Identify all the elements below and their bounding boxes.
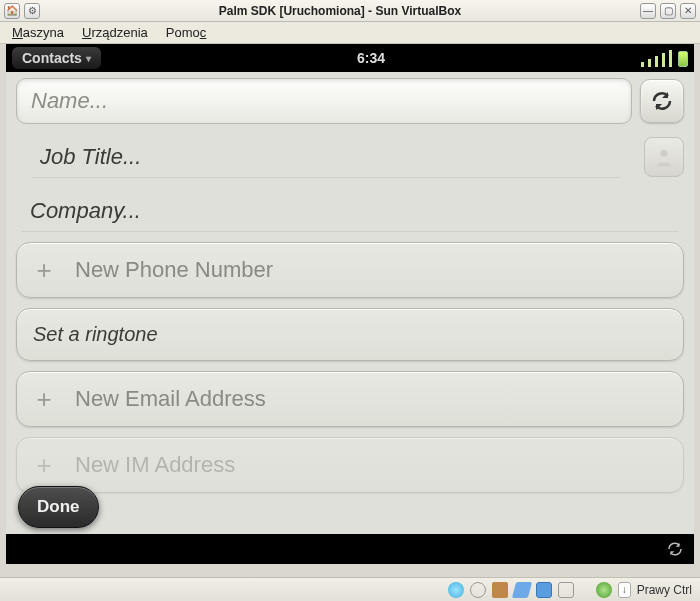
plus-icon: + <box>33 454 55 476</box>
new-email-button[interactable]: + New Email Address <box>16 371 684 427</box>
ringtone-label: Set a ringtone <box>33 323 158 346</box>
webos-statusbar: Contacts ▾ 6:34 <box>6 44 694 72</box>
menubar: Maszyna Urządzenia Pomoc <box>0 22 700 44</box>
host-icon-net[interactable] <box>448 582 464 598</box>
menu-devices[interactable]: Urządzenia <box>82 25 148 40</box>
contact-silhouette-icon <box>653 146 675 168</box>
webos-surface: Name... Job Title... Company... + New Ph… <box>6 72 694 534</box>
battery-icon <box>678 51 688 67</box>
host-icon-mouse-capture[interactable] <box>596 582 612 598</box>
sync-icon <box>650 89 674 113</box>
menu-machine[interactable]: Maszyna <box>12 25 64 40</box>
jobtitle-placeholder: Job Title... <box>40 144 141 170</box>
chevron-down-icon: ▾ <box>86 53 91 64</box>
name-field[interactable]: Name... <box>16 78 632 124</box>
titlebar-icon-left-2[interactable]: ⚙ <box>24 3 40 19</box>
signal-icon <box>669 50 672 67</box>
clock: 6:34 <box>101 50 641 66</box>
vm-display: Contacts ▾ 6:34 Name... Job Title... <box>6 44 694 564</box>
done-label: Done <box>37 497 80 516</box>
new-email-label: New Email Address <box>75 386 266 412</box>
window-titlebar: 🏠 ⚙ Palm SDK [Uruchomiona] - Sun Virtual… <box>0 0 700 22</box>
host-statusbar: ↓ Prawy Ctrl <box>0 577 700 601</box>
host-icon-usb[interactable] <box>512 582 532 598</box>
menu-help[interactable]: Pomoc <box>166 25 206 40</box>
host-capture-key: Prawy Ctrl <box>637 583 692 597</box>
signal-icon <box>641 62 644 67</box>
host-icon-cd[interactable] <box>470 582 486 598</box>
signal-icon <box>648 59 651 67</box>
plus-icon: + <box>33 388 55 410</box>
jobtitle-field[interactable]: Job Title... <box>32 136 620 178</box>
status-icons <box>641 50 688 67</box>
window-title: Palm SDK [Uruchomiona] - Sun VirtualBox <box>44 4 636 18</box>
new-phone-button[interactable]: + New Phone Number <box>16 242 684 298</box>
titlebar-icon-left-1[interactable]: 🏠 <box>4 3 20 19</box>
sync-icon[interactable] <box>666 540 684 558</box>
company-field[interactable]: Company... <box>22 190 678 232</box>
host-icon-hd[interactable] <box>492 582 508 598</box>
app-menu-label: Contacts <box>22 50 82 66</box>
host-icon-display[interactable] <box>558 582 574 598</box>
plus-icon: + <box>33 259 55 281</box>
name-placeholder: Name... <box>31 88 108 114</box>
set-ringtone-button[interactable]: Set a ringtone <box>16 308 684 361</box>
host-icon-key-capture[interactable]: ↓ <box>618 582 631 598</box>
svg-point-0 <box>660 150 667 157</box>
new-phone-label: New Phone Number <box>75 257 273 283</box>
sync-account-button[interactable] <box>640 79 684 123</box>
company-placeholder: Company... <box>30 198 141 224</box>
done-button[interactable]: Done <box>18 486 99 528</box>
signal-icon <box>655 56 658 67</box>
new-im-label: New IM Address <box>75 452 235 478</box>
app-menu-button[interactable]: Contacts ▾ <box>12 47 101 69</box>
host-icon-shared[interactable] <box>536 582 552 598</box>
signal-icon <box>662 53 665 67</box>
new-im-button[interactable]: + New IM Address <box>16 437 684 493</box>
photo-button[interactable] <box>644 137 684 177</box>
close-button[interactable]: ✕ <box>680 3 696 19</box>
minimize-button[interactable]: — <box>640 3 656 19</box>
maximize-button[interactable]: ▢ <box>660 3 676 19</box>
webos-bottom-bar <box>6 534 694 564</box>
